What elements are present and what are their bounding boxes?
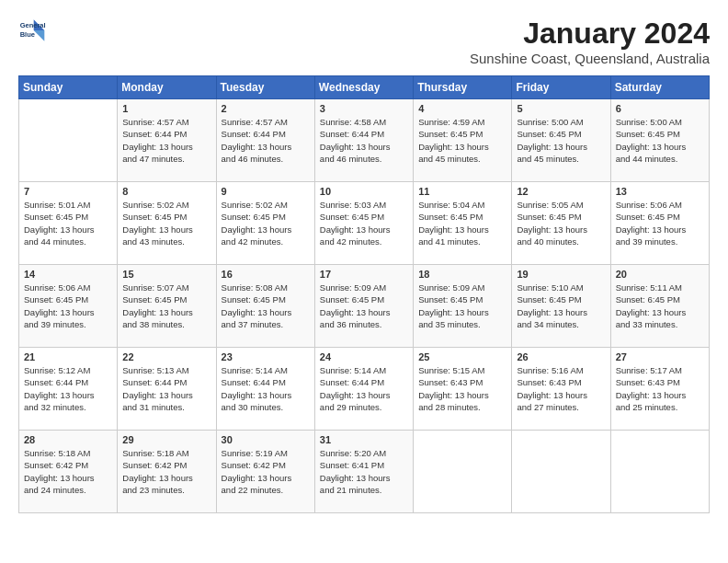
calendar-cell: 6Sunrise: 5:00 AM Sunset: 6:45 PM Daylig… — [610, 99, 709, 182]
day-number: 18 — [418, 269, 506, 280]
day-info: Sunrise: 5:02 AM Sunset: 6:45 PM Dayligh… — [122, 199, 210, 247]
col-saturday: Saturday — [610, 76, 709, 99]
day-number: 16 — [222, 269, 310, 280]
calendar-cell: 25Sunrise: 5:15 AM Sunset: 6:43 PM Dayli… — [414, 348, 512, 431]
col-sunday: Sunday — [19, 76, 118, 99]
day-info: Sunrise: 5:19 AM Sunset: 6:42 PM Dayligh… — [222, 447, 310, 496]
day-number: 23 — [222, 351, 310, 362]
day-info: Sunrise: 4:57 AM Sunset: 6:44 PM Dayligh… — [222, 116, 310, 165]
day-info: Sunrise: 4:58 AM Sunset: 6:44 PM Dayligh… — [320, 116, 408, 165]
day-info: Sunrise: 5:06 AM Sunset: 6:45 PM Dayligh… — [616, 199, 704, 247]
calendar-cell: 1Sunrise: 4:57 AM Sunset: 6:44 PM Daylig… — [118, 99, 216, 182]
logo-icon: General Blue — [18, 17, 46, 44]
calendar-cell: 17Sunrise: 5:09 AM Sunset: 6:45 PM Dayli… — [314, 265, 413, 348]
day-info: Sunrise: 5:01 AM Sunset: 6:45 PM Dayligh… — [24, 199, 112, 247]
calendar-cell — [610, 431, 709, 513]
day-info: Sunrise: 4:57 AM Sunset: 6:44 PM Dayligh… — [122, 116, 210, 165]
day-number: 25 — [418, 351, 506, 362]
header: General Blue January 2024 Sunshine Coast… — [18, 17, 710, 66]
day-number: 15 — [122, 269, 210, 280]
calendar-table: Sunday Monday Tuesday Wednesday Thursday… — [18, 75, 710, 513]
calendar-cell: 26Sunrise: 5:16 AM Sunset: 6:43 PM Dayli… — [512, 348, 610, 431]
day-number: 30 — [222, 434, 310, 445]
day-info: Sunrise: 5:08 AM Sunset: 6:45 PM Dayligh… — [222, 282, 310, 330]
calendar-cell: 2Sunrise: 4:57 AM Sunset: 6:44 PM Daylig… — [216, 99, 314, 182]
day-info: Sunrise: 5:07 AM Sunset: 6:45 PM Dayligh… — [122, 282, 210, 330]
day-number: 2 — [222, 103, 310, 114]
day-number: 17 — [320, 269, 408, 280]
calendar-cell: 7Sunrise: 5:01 AM Sunset: 6:45 PM Daylig… — [19, 182, 118, 265]
day-info: Sunrise: 4:59 AM Sunset: 6:45 PM Dayligh… — [418, 116, 506, 165]
day-info: Sunrise: 5:10 AM Sunset: 6:45 PM Dayligh… — [517, 282, 605, 330]
day-number: 12 — [517, 186, 605, 197]
calendar-cell: 21Sunrise: 5:12 AM Sunset: 6:44 PM Dayli… — [19, 348, 118, 431]
day-info: Sunrise: 5:18 AM Sunset: 6:42 PM Dayligh… — [122, 447, 210, 496]
day-number: 7 — [24, 186, 112, 197]
calendar-cell: 20Sunrise: 5:11 AM Sunset: 6:45 PM Dayli… — [610, 265, 709, 348]
day-number: 11 — [418, 186, 506, 197]
day-info: Sunrise: 5:14 AM Sunset: 6:44 PM Dayligh… — [222, 364, 310, 413]
day-info: Sunrise: 5:03 AM Sunset: 6:45 PM Dayligh… — [320, 199, 408, 247]
calendar-cell: 11Sunrise: 5:04 AM Sunset: 6:45 PM Dayli… — [414, 182, 512, 265]
day-number: 22 — [122, 351, 210, 362]
day-info: Sunrise: 5:09 AM Sunset: 6:45 PM Dayligh… — [320, 282, 408, 330]
day-info: Sunrise: 5:18 AM Sunset: 6:42 PM Dayligh… — [24, 447, 112, 496]
day-info: Sunrise: 5:05 AM Sunset: 6:45 PM Dayligh… — [517, 199, 605, 247]
day-info: Sunrise: 5:02 AM Sunset: 6:45 PM Dayligh… — [222, 199, 310, 247]
calendar-cell — [512, 431, 610, 513]
day-number: 21 — [24, 351, 112, 362]
col-wednesday: Wednesday — [314, 76, 413, 99]
day-info: Sunrise: 5:14 AM Sunset: 6:44 PM Dayligh… — [320, 364, 408, 413]
title-area: January 2024 Sunshine Coast, Queensland,… — [470, 17, 710, 66]
col-monday: Monday — [118, 76, 216, 99]
calendar-cell: 31Sunrise: 5:20 AM Sunset: 6:41 PM Dayli… — [314, 431, 413, 513]
day-info: Sunrise: 5:20 AM Sunset: 6:41 PM Dayligh… — [320, 447, 408, 496]
day-number: 27 — [616, 351, 704, 362]
col-friday: Friday — [512, 76, 610, 99]
calendar-cell — [19, 99, 118, 182]
logo: General Blue — [18, 17, 46, 44]
day-info: Sunrise: 5:06 AM Sunset: 6:45 PM Dayligh… — [24, 282, 112, 330]
calendar-cell: 15Sunrise: 5:07 AM Sunset: 6:45 PM Dayli… — [118, 265, 216, 348]
day-info: Sunrise: 5:16 AM Sunset: 6:43 PM Dayligh… — [517, 364, 605, 413]
day-number: 28 — [24, 434, 112, 445]
day-number: 14 — [24, 269, 112, 280]
calendar-cell: 10Sunrise: 5:03 AM Sunset: 6:45 PM Dayli… — [314, 182, 413, 265]
day-info: Sunrise: 5:13 AM Sunset: 6:44 PM Dayligh… — [122, 364, 210, 413]
calendar-cell: 19Sunrise: 5:10 AM Sunset: 6:45 PM Dayli… — [512, 265, 610, 348]
day-number: 1 — [122, 103, 210, 114]
day-number: 26 — [517, 351, 605, 362]
calendar-cell: 28Sunrise: 5:18 AM Sunset: 6:42 PM Dayli… — [19, 431, 118, 513]
day-number: 9 — [222, 186, 310, 197]
day-info: Sunrise: 5:04 AM Sunset: 6:45 PM Dayligh… — [418, 199, 506, 247]
day-info: Sunrise: 5:15 AM Sunset: 6:43 PM Dayligh… — [418, 364, 506, 413]
col-tuesday: Tuesday — [216, 76, 314, 99]
subtitle: Sunshine Coast, Queensland, Australia — [470, 51, 710, 66]
day-info: Sunrise: 5:11 AM Sunset: 6:45 PM Dayligh… — [616, 282, 704, 330]
week-row-3: 14Sunrise: 5:06 AM Sunset: 6:45 PM Dayli… — [19, 265, 710, 348]
day-number: 29 — [122, 434, 210, 445]
day-number: 24 — [320, 351, 408, 362]
calendar-header-row: Sunday Monday Tuesday Wednesday Thursday… — [19, 76, 710, 99]
calendar-cell: 22Sunrise: 5:13 AM Sunset: 6:44 PM Dayli… — [118, 348, 216, 431]
day-info: Sunrise: 5:09 AM Sunset: 6:45 PM Dayligh… — [418, 282, 506, 330]
day-info: Sunrise: 5:00 AM Sunset: 6:45 PM Dayligh… — [616, 116, 704, 165]
calendar-cell: 24Sunrise: 5:14 AM Sunset: 6:44 PM Dayli… — [314, 348, 413, 431]
calendar-cell: 16Sunrise: 5:08 AM Sunset: 6:45 PM Dayli… — [216, 265, 314, 348]
day-number: 13 — [616, 186, 704, 197]
day-number: 31 — [320, 434, 408, 445]
calendar-cell: 18Sunrise: 5:09 AM Sunset: 6:45 PM Dayli… — [414, 265, 512, 348]
week-row-4: 21Sunrise: 5:12 AM Sunset: 6:44 PM Dayli… — [19, 348, 710, 431]
day-number: 20 — [616, 269, 704, 280]
day-number: 19 — [517, 269, 605, 280]
page: General Blue January 2024 Sunshine Coast… — [0, 0, 728, 523]
calendar-cell: 8Sunrise: 5:02 AM Sunset: 6:45 PM Daylig… — [118, 182, 216, 265]
calendar-cell: 13Sunrise: 5:06 AM Sunset: 6:45 PM Dayli… — [610, 182, 709, 265]
calendar-cell: 23Sunrise: 5:14 AM Sunset: 6:44 PM Dayli… — [216, 348, 314, 431]
calendar-cell: 4Sunrise: 4:59 AM Sunset: 6:45 PM Daylig… — [414, 99, 512, 182]
week-row-1: 1Sunrise: 4:57 AM Sunset: 6:44 PM Daylig… — [19, 99, 710, 182]
calendar-cell: 12Sunrise: 5:05 AM Sunset: 6:45 PM Dayli… — [512, 182, 610, 265]
day-info: Sunrise: 5:00 AM Sunset: 6:45 PM Dayligh… — [517, 116, 605, 165]
calendar-cell: 30Sunrise: 5:19 AM Sunset: 6:42 PM Dayli… — [216, 431, 314, 513]
day-number: 3 — [320, 103, 408, 114]
